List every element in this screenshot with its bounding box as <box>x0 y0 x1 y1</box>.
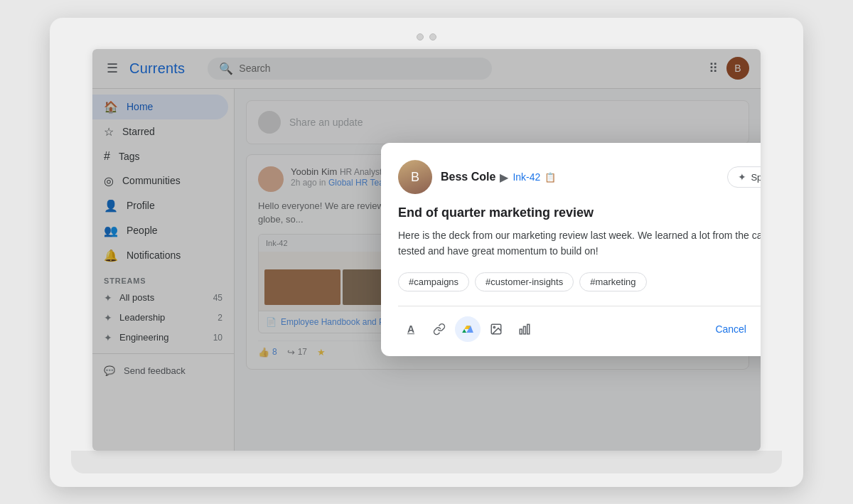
spotlight-button[interactable]: ✦ Spotlight <box>727 166 761 188</box>
link-icon <box>433 323 446 336</box>
insert-chart-button[interactable] <box>512 316 537 342</box>
cancel-button[interactable]: Cancel <box>704 318 758 341</box>
laptop-camera <box>417 33 424 41</box>
modal-community-icon: 📋 <box>544 172 556 183</box>
insert-link-button[interactable] <box>426 316 452 342</box>
google-drive-button[interactable] <box>455 316 481 342</box>
modal-author-name: Bess Cole <box>441 171 495 183</box>
post-modal: B Bess Cole ▶ Ink-42 📋 ✦ Spotlight <box>381 143 761 356</box>
laptop-camera-dot <box>429 33 436 41</box>
laptop-screen: ☰ Currents 🔍 ⠿ B 🏠 Home <box>92 49 761 451</box>
tag-chip-marketing[interactable]: #marketing <box>579 272 646 291</box>
modal-tags: #campaigns #customer-insights #marketing <box>398 272 761 291</box>
drive-icon <box>461 323 474 336</box>
spotlight-icon: ✦ <box>738 171 746 183</box>
modal-header: B Bess Cole ▶ Ink-42 📋 ✦ Spotlight <box>398 160 761 194</box>
laptop-shell: ☰ Currents 🔍 ⠿ B 🏠 Home <box>50 18 803 487</box>
laptop-camera-bar <box>71 31 782 43</box>
modal-avatar-inner: B <box>398 160 432 194</box>
laptop-base <box>71 451 782 473</box>
modal-body: Here is the deck from our marketing revi… <box>398 227 761 259</box>
app-container: ☰ Currents 🔍 ⠿ B 🏠 Home <box>92 49 761 451</box>
svg-rect-4 <box>527 324 530 334</box>
tag-chip-campaigns[interactable]: #campaigns <box>398 272 469 291</box>
tag-chip-customer-insights[interactable]: #customer-insights <box>475 272 574 291</box>
modal-footer-actions: Cancel Post <box>704 318 761 341</box>
modal-community[interactable]: Ink-42 <box>513 171 540 183</box>
format-text-icon: A <box>407 323 414 335</box>
modal-actions-right: ✦ Spotlight ⋮ <box>727 166 761 188</box>
modal-title: End of quarter marketing review <box>398 205 761 220</box>
format-text-button[interactable]: A <box>398 316 424 342</box>
chart-icon <box>518 323 531 336</box>
main-area: 🏠 Home ☆ Starred # Tags ◎ Communities <box>92 89 761 451</box>
svg-point-1 <box>493 326 495 328</box>
svg-rect-2 <box>520 329 522 334</box>
spotlight-label: Spotlight <box>751 172 761 183</box>
modal-avatar: B <box>398 160 432 194</box>
insert-image-button[interactable] <box>483 316 509 342</box>
image-icon <box>490 323 503 336</box>
svg-rect-3 <box>524 326 526 334</box>
modal-author-info: Bess Cole ▶ Ink-42 📋 <box>441 171 556 184</box>
modal-arrow-icon: ▶ <box>500 171 508 184</box>
modal-footer: A <box>398 306 761 342</box>
